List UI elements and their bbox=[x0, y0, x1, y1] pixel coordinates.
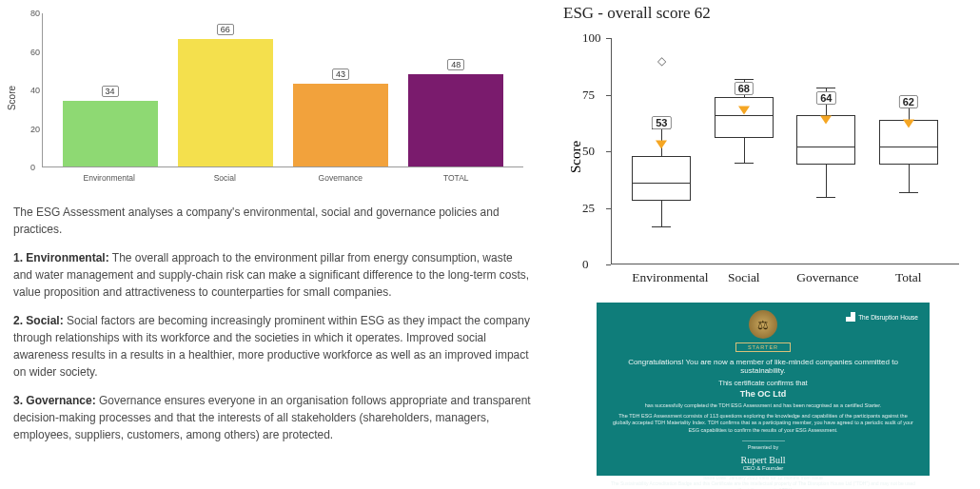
box-plot-ytick: 0 bbox=[582, 257, 589, 272]
bar-chart-ylabel: Score bbox=[7, 86, 17, 110]
box-plot-title: ESG - overall score 62 bbox=[563, 4, 972, 23]
box-social: 68 bbox=[715, 38, 774, 264]
description-environmental: 1. Environmental: The overall approach t… bbox=[13, 249, 533, 301]
box-plot-ytick: 75 bbox=[582, 88, 595, 103]
bar-label: 48 bbox=[447, 59, 464, 70]
bar-label: 34 bbox=[102, 86, 119, 97]
certificate-body1: has successfully completed the TDH ESG A… bbox=[610, 402, 916, 410]
bar-chart: Score 34664348 020406080 EnvironmentalSo… bbox=[13, 10, 527, 186]
certificate-footnote2: The Sustainability Accreditation Badge a… bbox=[610, 480, 916, 489]
certificate-seal-icon bbox=[749, 310, 777, 339]
certificate-company: The OC Ltd bbox=[610, 389, 916, 399]
box-plot: Score 53◇686462 0255075100 Environmental… bbox=[554, 25, 972, 289]
marker-label: 64 bbox=[816, 91, 835, 105]
box-environmental: 53◇ bbox=[632, 38, 691, 264]
bar-total: 48 bbox=[408, 74, 503, 166]
box-plot-wrapper: ESG - overall score 62 Score 53◇686462 0… bbox=[554, 4, 972, 289]
bar-chart-xtick: Social bbox=[177, 173, 272, 186]
box-plot-ytick: 100 bbox=[582, 30, 601, 46]
outlier-point: ◇ bbox=[657, 54, 666, 68]
marker-icon bbox=[738, 107, 750, 115]
bar-environmental: 34 bbox=[63, 101, 158, 166]
description-intro: The ESG Assessment analyses a company's … bbox=[13, 204, 533, 238]
marker-label: 62 bbox=[899, 95, 918, 108]
bar-label: 66 bbox=[217, 24, 234, 35]
box-plot-ytick: 25 bbox=[582, 201, 595, 216]
box-plot-xtick: Total bbox=[879, 270, 938, 285]
bar-chart-xtick: Environmental bbox=[62, 173, 157, 186]
left-panel: Score 34664348 020406080 EnvironmentalSo… bbox=[0, 0, 546, 489]
bar-label: 43 bbox=[332, 68, 349, 80]
bar-chart-ytick: 60 bbox=[30, 48, 40, 57]
marker-icon bbox=[903, 120, 914, 128]
description-governance: 3. Governance: Governance ensures everyo… bbox=[13, 392, 533, 443]
description-social: 2. Social: Social factors are becoming i… bbox=[13, 312, 533, 381]
box-plot-xtick: Governance bbox=[796, 270, 855, 285]
box-total: 62 bbox=[879, 38, 938, 264]
box-governance: 64 bbox=[796, 38, 855, 264]
certificate-confirm: This certificate confirms that bbox=[610, 379, 916, 387]
certificate-role: CEO & Founder bbox=[610, 465, 916, 471]
brand-icon bbox=[846, 312, 855, 322]
marker-label: 53 bbox=[652, 116, 671, 129]
certificate-brand: The Disruption House bbox=[846, 312, 918, 322]
bar-governance: 43 bbox=[293, 84, 388, 166]
bar-chart-ytick: 0 bbox=[30, 163, 35, 172]
description-block: The ESG Assessment analyses a company's … bbox=[13, 204, 533, 443]
right-panel: ESG - overall score 62 Score 53◇686462 0… bbox=[546, 0, 980, 489]
bar-chart-ytick: 20 bbox=[30, 125, 40, 134]
certificate-tier: STARTER bbox=[735, 342, 791, 352]
certificate-divider bbox=[742, 440, 785, 441]
certificate-signature: Rupert Bull bbox=[610, 455, 916, 465]
bar-social: 66 bbox=[178, 39, 273, 166]
bar-chart-ytick: 40 bbox=[30, 86, 40, 95]
box-plot-xtick: Social bbox=[715, 270, 774, 285]
bar-chart-xtick: TOTAL bbox=[408, 173, 503, 186]
marker-icon bbox=[820, 115, 832, 124]
bar-chart-ytick: 80 bbox=[30, 9, 40, 18]
marker-label: 68 bbox=[735, 82, 754, 95]
box-plot-ytick: 50 bbox=[582, 144, 595, 159]
marker-icon bbox=[656, 140, 667, 148]
bar-chart-plot: 34664348 bbox=[42, 13, 523, 167]
certificate-presented: Presented by bbox=[610, 444, 916, 452]
certificate-body2: The TDH ESG Assessment consists of 113 q… bbox=[610, 413, 916, 435]
certificate: The Disruption House STARTER Congratulat… bbox=[597, 303, 930, 476]
bar-chart-xtick: Governance bbox=[293, 173, 388, 186]
box-plot-xtick: Environmental bbox=[632, 270, 691, 285]
certificate-congrats: Congratulations! You are now a member of… bbox=[610, 358, 916, 375]
